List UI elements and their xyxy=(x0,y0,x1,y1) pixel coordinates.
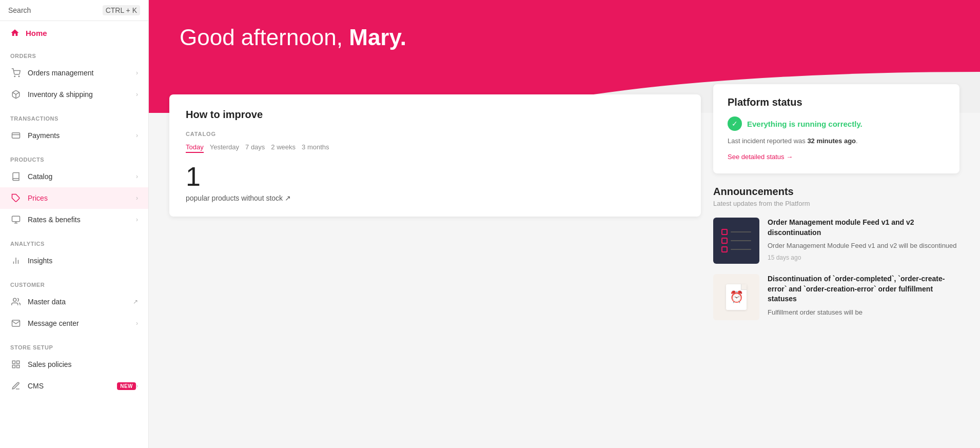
announcements-title: Announcements xyxy=(713,186,959,198)
metric-number: 1 xyxy=(186,163,684,190)
svg-rect-6 xyxy=(12,216,20,222)
message-icon xyxy=(10,318,22,329)
announcements-subtitle: Latest updates from the Platform xyxy=(713,200,959,207)
announcement-thumb-1 xyxy=(713,218,759,264)
status-detail-link[interactable]: See detailed status → xyxy=(728,153,793,161)
orders-section-label: ORDERS xyxy=(0,51,148,62)
chevron-right-icon: › xyxy=(136,320,138,327)
rates-icon xyxy=(10,214,22,225)
announcement-headline-2: Discontinuation of `order-completed`, `o… xyxy=(768,274,959,304)
sidebar-item-rates-benefits[interactable]: Rates & benefits › xyxy=(0,209,148,230)
greeting-text: Good afternoon, xyxy=(180,25,349,50)
analytics-section-label: ANALYTICS xyxy=(0,239,148,250)
transactions-section-label: TRANSACTIONS xyxy=(0,113,148,125)
inventory-shipping-label: Inventory & shipping xyxy=(28,90,136,99)
chevron-right-icon: › xyxy=(136,132,138,139)
sidebar-item-master-data[interactable]: Master data ↗ xyxy=(0,291,148,313)
sidebar-item-sales-policies[interactable]: Sales policies xyxy=(0,354,148,375)
time-tab-7days[interactable]: 7 days xyxy=(245,142,265,153)
rates-benefits-label: Rates & benefits xyxy=(28,216,136,224)
status-ok-text: Everything is running correctly. xyxy=(747,120,863,128)
sidebar-item-message-center[interactable]: Message center › xyxy=(0,313,148,334)
new-badge: NEW xyxy=(117,382,136,390)
metric-desc: popular products without stock ↗ xyxy=(186,194,684,202)
catalog-label: CATALOG xyxy=(186,131,684,137)
time-tab-2weeks[interactable]: 2 weeks xyxy=(271,142,296,153)
status-time: 32 minutes ago xyxy=(807,137,856,145)
time-tab-3months[interactable]: 3 months xyxy=(302,142,329,153)
customer-section-label: CUSTOMER xyxy=(0,280,148,291)
sidebar-item-home[interactable]: Home xyxy=(0,21,148,45)
sidebar-item-catalog[interactable]: Catalog › xyxy=(0,166,148,187)
announcement-text-2: Fulfillment order statuses will be xyxy=(768,307,959,318)
metric-arrow: ↗ xyxy=(285,194,291,202)
svg-point-1 xyxy=(18,76,19,77)
sidebar-item-prices[interactable]: Prices › xyxy=(0,187,148,209)
home-icon xyxy=(10,28,19,37)
svg-rect-16 xyxy=(12,365,15,368)
main-content: Good afternoon, Mary. How to improve CAT… xyxy=(149,0,980,448)
payments-icon xyxy=(10,130,22,141)
time-tabs: Today Yesterday 7 days 2 weeks 3 months xyxy=(186,142,684,153)
prices-icon xyxy=(10,192,22,204)
svg-rect-13 xyxy=(12,361,15,363)
time-tab-today[interactable]: Today xyxy=(186,142,204,153)
search-shortcut: CTRL + K xyxy=(103,5,140,15)
announcements-section: Announcements Latest updates from the Pl… xyxy=(713,186,959,320)
improve-card: How to improve CATALOG Today Yesterday 7… xyxy=(169,94,701,217)
chevron-right-icon: › xyxy=(136,91,138,98)
chevron-right-icon: › xyxy=(136,216,138,223)
time-tab-yesterday[interactable]: Yesterday xyxy=(210,142,239,153)
announcement-body-2: Discontinuation of `order-completed`, `o… xyxy=(768,274,959,320)
status-sub-text: Last incident reported was 32 minutes ag… xyxy=(728,137,945,145)
orders-section: ORDERS Orders management › Inventory & s… xyxy=(0,45,148,107)
external-link-icon: ↗ xyxy=(133,298,138,305)
sales-policies-label: Sales policies xyxy=(28,360,138,368)
improve-card-title: How to improve xyxy=(186,109,684,121)
status-sub-suffix: . xyxy=(856,137,858,145)
announcement-item-2[interactable]: ⏰ Discontinuation of `order-completed`, … xyxy=(713,274,959,320)
search-label: Search xyxy=(8,6,31,14)
orders-management-label: Orders management xyxy=(28,69,136,77)
prices-label: Prices xyxy=(28,194,136,202)
chevron-right-icon: › xyxy=(136,173,138,180)
sidebar-item-inventory-shipping[interactable]: Inventory & shipping › xyxy=(0,84,148,105)
catalog-label: Catalog xyxy=(28,172,136,181)
store-setup-section: STORE SETUP Sales policies CMS NEW › xyxy=(0,336,148,399)
platform-status-title: Platform status xyxy=(728,96,945,108)
clock-icon: ⏰ xyxy=(730,290,743,304)
status-sub-prefix: Last incident reported was xyxy=(728,137,807,145)
catalog-icon xyxy=(10,171,22,182)
products-section: PRODUCTS Catalog › Prices › xyxy=(0,148,148,232)
sidebar-item-orders-management[interactable]: Orders management › xyxy=(0,62,148,84)
greeting-name: Mary. xyxy=(349,25,406,50)
announcement-date-1: 15 days ago xyxy=(768,254,959,261)
status-ok-row: ✓ Everything is running correctly. xyxy=(728,116,945,131)
metric-desc-text: popular products without stock xyxy=(186,194,283,202)
insights-label: Insights xyxy=(28,257,138,265)
transactions-section: TRANSACTIONS Payments › xyxy=(0,107,148,148)
greeting: Good afternoon, Mary. xyxy=(180,25,949,50)
analytics-section: ANALYTICS Insights xyxy=(0,232,148,274)
insights-icon xyxy=(10,255,22,266)
products-section-label: PRODUCTS xyxy=(0,154,148,166)
search-bar[interactable]: Search CTRL + K xyxy=(0,0,148,21)
sidebar-item-cms[interactable]: CMS NEW › xyxy=(0,375,148,397)
sidebar-item-payments[interactable]: Payments › xyxy=(0,125,148,146)
box-icon xyxy=(10,89,22,100)
announcement-thumb-2: ⏰ xyxy=(713,274,759,320)
feed-icon xyxy=(721,229,751,252)
cart-icon xyxy=(10,67,22,79)
master-data-label: Master data xyxy=(28,298,129,306)
sales-icon xyxy=(10,359,22,370)
master-data-icon xyxy=(10,296,22,307)
sidebar-item-insights[interactable]: Insights xyxy=(0,250,148,271)
doc-clock-icon: ⏰ xyxy=(726,284,747,310)
chevron-right-icon: › xyxy=(136,194,138,202)
announcement-item-1[interactable]: Order Management module Feed v1 and v2 d… xyxy=(713,218,959,264)
svg-rect-14 xyxy=(17,361,19,363)
right-column: Platform status ✓ Everything is running … xyxy=(713,125,959,436)
announcement-text-1: Order Management Module Feed v1 and v2 w… xyxy=(768,241,959,251)
payments-label: Payments xyxy=(28,131,136,140)
status-ok-icon: ✓ xyxy=(728,116,742,131)
